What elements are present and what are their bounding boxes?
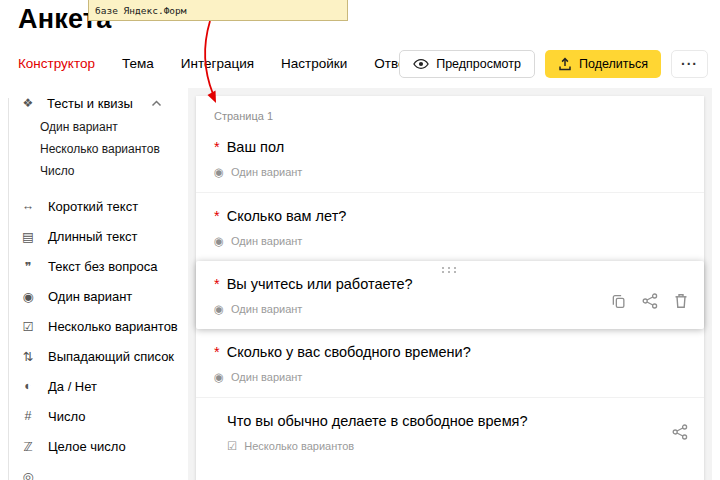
sidebar-subitem-multi-choice[interactable]: Несколько вариантов bbox=[0, 138, 188, 160]
annotation-tooltip: базе Яндекс.Форм bbox=[88, 0, 348, 21]
question-row[interactable]: *Ваш пол ◉Один вариант bbox=[196, 124, 704, 192]
chevron-up-icon[interactable] bbox=[151, 100, 162, 107]
more-button[interactable]: ··· bbox=[671, 50, 708, 78]
sidebar-item-long-text[interactable]: ▤ Длинный текст bbox=[0, 221, 188, 251]
radio-icon: ◉ bbox=[214, 234, 224, 248]
sidebar-item-label: Несколько вариантов bbox=[48, 319, 178, 334]
sidebar-item-dropdown[interactable]: ⇅ Выпадающий список bbox=[0, 341, 188, 371]
checkbox-icon: ☑ bbox=[227, 439, 237, 453]
question-title: Что вы обычно делаете в свободное время? bbox=[227, 413, 528, 429]
share-button[interactable]: Поделиться bbox=[545, 50, 661, 78]
sidebar-item-clipped[interactable]: ◎ bbox=[0, 461, 188, 480]
integer-icon: ℤ bbox=[20, 439, 36, 454]
sidebar-item-single-choice[interactable]: ◉ Один вариант bbox=[0, 281, 188, 311]
share-label: Поделиться bbox=[579, 57, 648, 71]
short-text-icon: ↔ bbox=[20, 199, 36, 213]
sidebar-question-types: ↔ Короткий текст ▤ Длинный текст ❞ Текст… bbox=[0, 191, 188, 480]
question-title: Сколько у вас свободного времени? bbox=[227, 344, 471, 360]
form-page-card: Страница 1 *Ваш пол ◉Один вариант *Сколь… bbox=[196, 96, 704, 480]
tab-constructor[interactable]: Конструктор bbox=[18, 56, 95, 71]
radio-icon: ◉ bbox=[214, 370, 224, 384]
tab-theme[interactable]: Тема bbox=[122, 56, 154, 71]
question-actions bbox=[611, 293, 688, 309]
clipped-item-icon: ◎ bbox=[20, 469, 36, 480]
delete-button[interactable] bbox=[674, 293, 688, 309]
sidebar: ❖ Тесты и квизы Один вариант Несколько в… bbox=[0, 90, 188, 480]
radio-icon: ◉ bbox=[20, 289, 36, 304]
question-type-label: Несколько вариантов bbox=[244, 440, 354, 452]
question-row[interactable]: *Сколько у вас свободного времени? ◉Один… bbox=[196, 329, 704, 397]
share-question-button[interactable] bbox=[642, 293, 658, 309]
sidebar-item-label: Целое число bbox=[48, 439, 126, 454]
main-area: Страница 1 *Ваш пол ◉Один вариант *Сколь… bbox=[188, 88, 712, 480]
sidebar-item-label: Да / Нет bbox=[48, 379, 97, 394]
quote-icon: ❞ bbox=[20, 259, 36, 274]
checkbox-icon: ☑ bbox=[20, 319, 36, 334]
upload-icon bbox=[558, 57, 572, 72]
sidebar-item-yes-no[interactable]: ◐ Да / Нет bbox=[0, 371, 188, 401]
sidebar-item-label: Число bbox=[48, 409, 85, 424]
preview-label: Предпросмотр bbox=[436, 57, 521, 71]
question-title: Ваш пол bbox=[227, 139, 284, 155]
sidebar-item-integer[interactable]: ℤ Целое число bbox=[0, 431, 188, 461]
question-type-label: Один вариант bbox=[231, 235, 302, 247]
group-label: Тесты и квизы bbox=[47, 96, 140, 111]
eye-icon bbox=[413, 58, 429, 70]
sidebar-divider bbox=[8, 98, 9, 480]
toggle-icon: ◐ bbox=[20, 379, 36, 393]
tab-integration[interactable]: Интеграция bbox=[181, 56, 254, 71]
question-title: Вы учитесь или работаете? bbox=[227, 276, 413, 292]
sidebar-item-label: Длинный текст bbox=[48, 229, 138, 244]
preview-button[interactable]: Предпросмотр bbox=[399, 50, 535, 78]
header-actions: Предпросмотр Поделиться ··· bbox=[399, 50, 708, 78]
required-asterisk: * bbox=[214, 344, 220, 360]
question-type-label: Один вариант bbox=[231, 303, 302, 315]
question-row[interactable]: *Сколько вам лет? ◉Один вариант bbox=[196, 192, 704, 261]
sidebar-item-short-text[interactable]: ↔ Короткий текст bbox=[0, 191, 188, 221]
tab-settings[interactable]: Настройки bbox=[281, 56, 347, 71]
copy-button[interactable] bbox=[611, 293, 626, 309]
sidebar-item-label: Текст без вопроса bbox=[48, 259, 157, 274]
long-text-icon: ▤ bbox=[20, 229, 36, 244]
sidebar-item-text-no-question[interactable]: ❞ Текст без вопроса bbox=[0, 251, 188, 281]
tooltip-text: базе Яндекс.Форм bbox=[89, 5, 187, 16]
sidebar-item-multi-choice[interactable]: ☑ Несколько вариантов bbox=[0, 311, 188, 341]
required-asterisk: * bbox=[214, 276, 220, 292]
sidebar-subitem-single-choice[interactable]: Один вариант bbox=[0, 116, 188, 138]
radio-icon: ◉ bbox=[214, 302, 224, 316]
radio-icon: ◉ bbox=[214, 165, 224, 179]
question-title: Сколько вам лет? bbox=[227, 208, 347, 224]
question-type-label: Один вариант bbox=[231, 371, 302, 383]
nav-tabs: Конструктор Тема Интеграция Настройки От… bbox=[18, 56, 421, 71]
question-list: *Ваш пол ◉Один вариант *Сколько вам лет?… bbox=[196, 124, 704, 466]
sidebar-item-label: Один вариант bbox=[48, 289, 132, 304]
tests-quizzes-icon: ❖ bbox=[20, 96, 36, 110]
sidebar-item-label: Короткий текст bbox=[48, 199, 138, 214]
required-asterisk: * bbox=[214, 208, 220, 224]
sidebar-subitem-number[interactable]: Число bbox=[0, 160, 188, 182]
sidebar-item-label: Выпадающий список bbox=[48, 349, 174, 364]
share-question-button[interactable] bbox=[672, 424, 688, 444]
question-type-label: Один вариант bbox=[231, 166, 302, 178]
drag-handle-icon[interactable] bbox=[440, 266, 460, 274]
number-icon: # bbox=[20, 409, 36, 423]
question-row[interactable]: Что вы обычно делаете в свободное время?… bbox=[196, 397, 704, 466]
sidebar-group-tests-quizzes[interactable]: ❖ Тесты и квизы bbox=[0, 90, 188, 116]
updown-arrows-icon: ⇅ bbox=[20, 349, 36, 364]
page-label: Страница 1 bbox=[196, 96, 704, 124]
required-asterisk: * bbox=[214, 139, 220, 155]
sidebar-item-number[interactable]: # Число bbox=[0, 401, 188, 431]
question-row-hovered[interactable]: *Вы учитесь или работаете? ◉Один вариант bbox=[196, 261, 704, 329]
